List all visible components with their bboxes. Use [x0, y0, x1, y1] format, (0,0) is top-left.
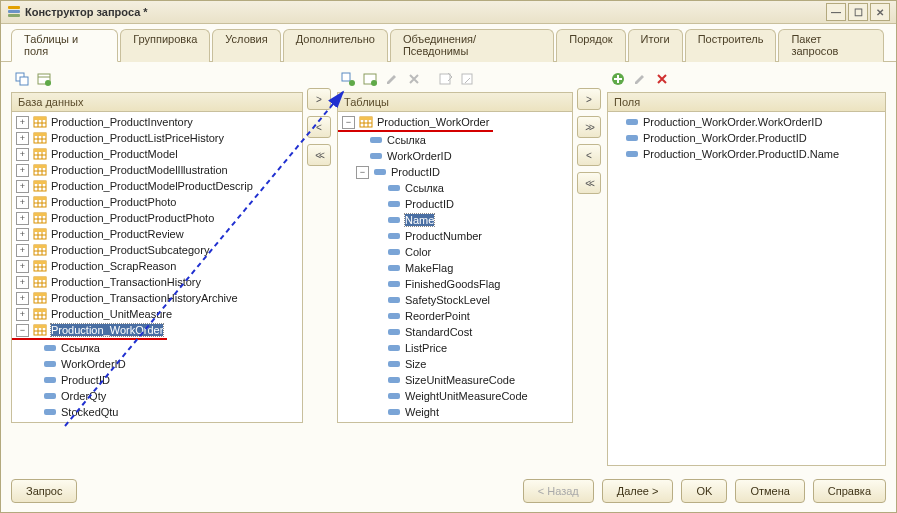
- tables-tree-subitem[interactable]: Size: [338, 356, 572, 372]
- fields-tree-item[interactable]: Production_WorkOrder.WorkOrderID: [608, 114, 885, 130]
- tables-tree-subitem[interactable]: Ссылка: [338, 180, 572, 196]
- expand-toggle[interactable]: +: [16, 212, 29, 225]
- db-tree-item[interactable]: +Production_TransactionHistoryArchive: [12, 290, 302, 306]
- tab-joins-aliases[interactable]: Объединения/Псевдонимы: [390, 29, 554, 62]
- tables-tree-productid[interactable]: −ProductID: [338, 164, 572, 180]
- expand-toggle[interactable]: −: [356, 166, 369, 179]
- add-field-icon[interactable]: [609, 70, 627, 88]
- tables-tree-subitem[interactable]: FinishedGoodsFlag: [338, 276, 572, 292]
- move-left-button[interactable]: <: [307, 116, 331, 138]
- db-tree-item[interactable]: +Production_ProductModel: [12, 146, 302, 162]
- add-temp-table-icon[interactable]: [361, 70, 379, 88]
- tables-tree[interactable]: −Production_WorkOrderСсылкаWorkOrderID−P…: [338, 112, 572, 422]
- expand-toggle[interactable]: +: [16, 308, 29, 321]
- tab-tables-fields[interactable]: Таблицы и поля: [11, 29, 118, 62]
- expand-toggle[interactable]: +: [16, 276, 29, 289]
- db-tree-item[interactable]: +Production_ScrapReason: [12, 258, 302, 274]
- tables-tree-subitem[interactable]: ProductID: [338, 196, 572, 212]
- db-tree-child[interactable]: WorkOrderID: [12, 356, 302, 372]
- expand-toggle[interactable]: +: [16, 260, 29, 273]
- tables-tree-root[interactable]: −Production_WorkOrder: [338, 114, 493, 130]
- db-tree-item[interactable]: +Production_ProductModelProductDescrip: [12, 178, 302, 194]
- move-all-field-left-button[interactable]: <<: [577, 172, 601, 194]
- tables-tree-subitem[interactable]: StandardCost: [338, 324, 572, 340]
- expand-toggle[interactable]: +: [16, 148, 29, 161]
- move-right-button[interactable]: >: [307, 88, 331, 110]
- tables-tree-subitem[interactable]: SizeUnitMeasureCode: [338, 372, 572, 388]
- query-button[interactable]: Запрос: [11, 479, 77, 503]
- db-tree-child[interactable]: ProductID: [12, 372, 302, 388]
- move-all-left-button[interactable]: <<: [307, 144, 331, 166]
- expand-toggle[interactable]: +: [16, 228, 29, 241]
- temp-table-icon[interactable]: [35, 70, 53, 88]
- tables-tree-subitem[interactable]: Color: [338, 244, 572, 260]
- tables-tree-subitem[interactable]: ProductNumber: [338, 228, 572, 244]
- db-tree-child[interactable]: Ссылка: [12, 340, 302, 356]
- db-tree-item[interactable]: +Production_ProductListPriceHistory: [12, 130, 302, 146]
- expand-toggle[interactable]: +: [16, 244, 29, 257]
- db-tree-item[interactable]: +Production_ProductReview: [12, 226, 302, 242]
- expand-toggle[interactable]: +: [16, 164, 29, 177]
- delete-field-icon[interactable]: [653, 70, 671, 88]
- db-tree-item[interactable]: +Production_UnitMeasure: [12, 306, 302, 322]
- move-all-right-button[interactable]: >>: [577, 116, 601, 138]
- tab-order[interactable]: Порядок: [556, 29, 625, 62]
- delete-icon[interactable]: [405, 70, 423, 88]
- tab-totals[interactable]: Итоги: [628, 29, 683, 62]
- field-icon: [387, 357, 401, 371]
- expand-toggle[interactable]: +: [16, 292, 29, 305]
- fields-tree-item[interactable]: Production_WorkOrder.ProductID: [608, 130, 885, 146]
- expand-toggle[interactable]: +: [16, 132, 29, 145]
- rename-icon[interactable]: [459, 70, 477, 88]
- help-button[interactable]: Справка: [813, 479, 886, 503]
- expand-toggle[interactable]: +: [16, 180, 29, 193]
- tables-tree-subitem[interactable]: Weight: [338, 404, 572, 420]
- db-tree[interactable]: +Production_ProductInventory+Production_…: [12, 112, 302, 422]
- maximize-button[interactable]: ☐: [848, 3, 868, 21]
- close-button[interactable]: ✕: [870, 3, 890, 21]
- edit-field-icon[interactable]: [631, 70, 649, 88]
- replace-icon[interactable]: [437, 70, 455, 88]
- edit-icon[interactable]: [383, 70, 401, 88]
- db-tree-item[interactable]: −Production_WorkOrder: [12, 322, 167, 338]
- fields-tree-item[interactable]: Production_WorkOrder.ProductID.Name: [608, 146, 885, 162]
- expand-toggle[interactable]: +: [16, 116, 29, 129]
- db-tree-item[interactable]: +Production_TransactionHistory: [12, 274, 302, 290]
- minimize-button[interactable]: —: [826, 3, 846, 21]
- tab-builder[interactable]: Построитель: [685, 29, 777, 62]
- fields-tree[interactable]: Production_WorkOrder.WorkOrderIDProducti…: [608, 112, 885, 465]
- tables-tree-subitem[interactable]: ReorderPoint: [338, 308, 572, 324]
- cancel-button[interactable]: Отмена: [735, 479, 804, 503]
- db-tree-item[interactable]: +Production_ProductModelIllustration: [12, 162, 302, 178]
- move-field-right-button[interactable]: >: [577, 88, 601, 110]
- db-tree-item[interactable]: +Production_ProductProductPhoto: [12, 210, 302, 226]
- tree-label: Ссылка: [405, 182, 444, 194]
- expand-toggle[interactable]: −: [342, 116, 355, 129]
- nested-query-icon[interactable]: [13, 70, 31, 88]
- tables-tree-item[interactable]: Ссылка: [338, 132, 572, 148]
- tables-tree-subitem[interactable]: SafetyStockLevel: [338, 292, 572, 308]
- tables-tree-subitem[interactable]: ListPrice: [338, 340, 572, 356]
- field-icon: [43, 357, 57, 371]
- svg-rect-78: [342, 73, 350, 81]
- ok-button[interactable]: OK: [681, 479, 727, 503]
- move-field-left-button[interactable]: <: [577, 144, 601, 166]
- expand-toggle[interactable]: −: [16, 324, 29, 337]
- tables-tree-subitem[interactable]: Name: [338, 212, 572, 228]
- tables-tree-subitem[interactable]: MakeFlag: [338, 260, 572, 276]
- tab-query-batch[interactable]: Пакет запросов: [778, 29, 884, 62]
- db-tree-child[interactable]: StockedQtu: [12, 404, 302, 420]
- tables-tree-subitem[interactable]: WeightUnitMeasureCode: [338, 388, 572, 404]
- tab-additional[interactable]: Дополнительно: [283, 29, 388, 62]
- tables-tree-item[interactable]: WorkOrderID: [338, 148, 572, 164]
- back-button[interactable]: < Назад: [523, 479, 594, 503]
- db-tree-item[interactable]: +Production_ProductInventory: [12, 114, 302, 130]
- db-tree-item[interactable]: +Production_ProductSubcategory: [12, 242, 302, 258]
- add-nested-icon[interactable]: [339, 70, 357, 88]
- next-button[interactable]: Далее >: [602, 479, 674, 503]
- tab-grouping[interactable]: Группировка: [120, 29, 210, 62]
- db-tree-child[interactable]: OrderQty: [12, 388, 302, 404]
- expand-toggle[interactable]: +: [16, 196, 29, 209]
- db-tree-item[interactable]: +Production_ProductPhoto: [12, 194, 302, 210]
- tab-conditions[interactable]: Условия: [212, 29, 280, 62]
